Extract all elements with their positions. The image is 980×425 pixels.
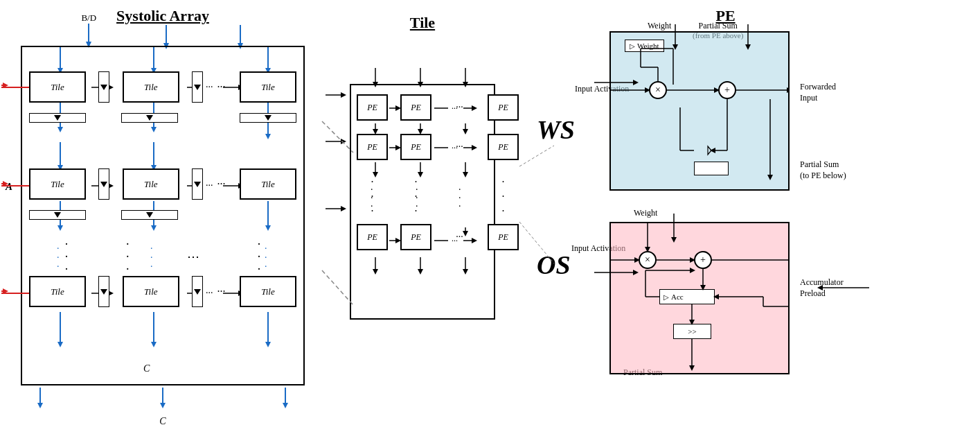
tile-input-arrows: [326, 91, 350, 213]
svg-marker-103: [373, 82, 378, 87]
dots-r1: ···: [216, 81, 227, 94]
os-label: OS: [537, 250, 571, 280]
tile-row1-col1: Tile: [29, 71, 86, 103]
pipe-r3c1: [98, 276, 109, 307]
tile-row2-col1: Tile: [29, 168, 86, 200]
svg-marker-88: [265, 342, 271, 347]
svg-marker-185: [690, 257, 695, 263]
pe-r1c1: PE: [357, 94, 388, 121]
svg-marker-174: [710, 148, 715, 153]
vert-dots-col2: ···: [126, 238, 130, 275]
svg-marker-93: [160, 403, 166, 408]
reg-r1c3: [240, 113, 296, 123]
weight-label-ws: Weight: [648, 21, 671, 31]
svg-marker-74: [151, 342, 157, 347]
svg-marker-203: [713, 294, 719, 300]
tile-row2-col3: Tile: [240, 168, 296, 200]
reg-r1c2: [121, 113, 178, 123]
vert-dots-diag: ⋯: [187, 249, 199, 264]
pe-r2-dots: ···: [444, 134, 475, 160]
pe-r2c2: PE: [400, 134, 431, 160]
svg-marker-99: [341, 139, 346, 144]
pe-r3c1: PE: [357, 224, 388, 250]
systolic-outer-box: ··· ···: [21, 46, 305, 385]
tile-row3-col1: Tile: [29, 276, 86, 307]
svg-marker-142: [373, 269, 378, 275]
bottom-arrows: [29, 388, 296, 408]
svg-marker-48: [57, 127, 63, 132]
pe-row1: PE PE ··· PE: [357, 94, 519, 121]
tile-title: Tile: [339, 14, 506, 32]
svg-marker-81: [265, 225, 271, 231]
svg-marker-181: [767, 175, 773, 180]
tile-row3-col3: Tile: [240, 276, 296, 307]
tile-row2-col2: Tile: [123, 168, 179, 200]
svg-marker-150: [418, 269, 423, 275]
svg-marker-196: [689, 365, 695, 371]
a-label: A: [6, 181, 12, 193]
svg-marker-67: [151, 225, 157, 231]
svg-marker-183: [634, 257, 640, 263]
pe-row2: PE PE ··· PE: [357, 134, 519, 160]
accumulator-preload-label: AccumulatorPreload: [800, 277, 844, 299]
pe-ws-box: ▷ Weight × +: [609, 31, 790, 191]
svg-marker-198: [645, 247, 650, 252]
reg-r2c1: [29, 210, 86, 220]
svg-marker-171: [787, 87, 788, 93]
pe-vert-dots: ··· ··· ···: [357, 175, 519, 218]
vert-dots-col1: ···: [65, 238, 69, 275]
pe-r2c1: PE: [357, 134, 388, 160]
svg-marker-95: [283, 403, 288, 408]
pe-section: PE WS OS ▷ Weight × +: [526, 7, 966, 26]
systolic-array-section: Systolic Array B/D A: [14, 7, 312, 385]
svg-marker-91: [37, 403, 43, 408]
weight-label-os: Weight: [634, 208, 657, 218]
tile-row3-col2: Tile: [123, 276, 179, 307]
pipe-r2c2: [192, 168, 203, 200]
pe-r1-dots: ···: [444, 94, 475, 121]
pe-r3c2: PE: [400, 224, 431, 250]
svg-text:C: C: [143, 363, 150, 374]
pe-r3c3: PE: [488, 224, 519, 250]
svg-marker-63: [151, 127, 157, 132]
svg-marker-59: [57, 342, 63, 347]
bd-label: B/D: [81, 12, 96, 24]
tile-row1-col2: Tile: [123, 71, 179, 103]
pe-r3-dots: ···: [444, 224, 475, 250]
pipe-r1c2: [192, 71, 203, 103]
partial-sum-out-label: Partial Sum(to PE below): [800, 159, 846, 181]
svg-marker-52: [57, 225, 63, 231]
pe-r1c2: PE: [400, 94, 431, 121]
tile-section: Tile: [339, 12, 506, 320]
pe-r1c3: PE: [488, 94, 519, 121]
pipe-r1c1: [98, 71, 109, 103]
svg-marker-105: [418, 82, 423, 87]
dots-r2: ···: [216, 178, 227, 191]
svg-line-206: [519, 146, 554, 166]
os-internal-svg: [611, 223, 788, 373]
main-diagram: Systolic Array B/D A: [0, 0, 980, 425]
ws-label: WS: [537, 114, 575, 145]
bd-arrows: B/D: [21, 12, 305, 49]
reg-r2c2: [121, 210, 178, 220]
dots-r3: ···: [216, 286, 227, 298]
tile-outer-box: ··· ··· ··· ··· ···: [350, 84, 495, 320]
svg-marker-158: [463, 269, 468, 275]
pe-r2c3: PE: [488, 134, 519, 160]
svg-marker-107: [463, 82, 468, 87]
svg-marker-169: [714, 87, 720, 93]
svg-marker-78: [265, 134, 271, 139]
forwarded-input-label: ForwardedInput: [800, 82, 836, 103]
svg-marker-97: [341, 92, 346, 98]
vert-dots-col3: ···: [258, 238, 261, 275]
pe-row3: PE PE ··· PE: [357, 224, 519, 250]
svg-marker-167: [645, 87, 650, 93]
pipe-r2c1: [98, 168, 109, 200]
svg-marker-177: [708, 146, 711, 155]
svg-marker-194: [689, 320, 695, 325]
tile-row1-col3: Tile: [240, 71, 296, 103]
c-label: C: [159, 416, 166, 425]
reg-r1c1: [29, 113, 86, 123]
svg-marker-101: [341, 206, 346, 211]
pe-os-box: × + ▷ Acc >>: [609, 222, 790, 374]
